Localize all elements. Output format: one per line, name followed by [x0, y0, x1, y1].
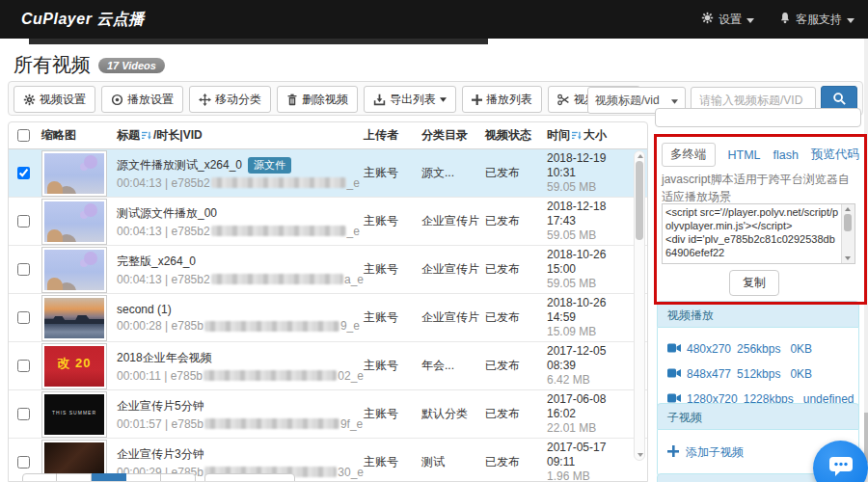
nav-support[interactable]: 客服支持 [779, 12, 854, 28]
header-title[interactable]: 标题/时长|VID [117, 127, 364, 144]
page-button-2[interactable]: ‹ [57, 473, 92, 482]
copy-button[interactable]: 复制 [729, 270, 779, 296]
sort-icon[interactable] [142, 130, 151, 144]
category-cell: 默认分类 [421, 406, 485, 422]
pb-bitrate: 512kbps [737, 367, 780, 381]
toolbar-button-label: 删除视频 [302, 92, 348, 108]
time-cell: 14:59 [547, 310, 632, 325]
row-checkbox[interactable] [17, 408, 30, 420]
navbar-shadow [29, 39, 488, 44]
vid-suffix: 9_e [340, 319, 360, 333]
size-cell: 59.05 MB [547, 180, 632, 195]
sort-icon[interactable] [572, 130, 582, 144]
vid-suffix: 30_e [338, 466, 364, 479]
scroll-up-arrow[interactable] [637, 154, 643, 158]
video-thumbnail[interactable] [41, 199, 107, 245]
plus-icon [667, 445, 679, 460]
video-thumbnail[interactable] [41, 295, 107, 341]
vid-suffix: 9f_e [340, 417, 363, 431]
vid-redacted [211, 226, 346, 236]
video-thumbnail[interactable] [41, 150, 107, 197]
code-scrollbar[interactable] [841, 204, 854, 263]
table-row[interactable]: THIS SUMMER 企业宣传片5分钟 00:01:57 | e785b9f_… [9, 390, 647, 439]
row-checkbox[interactable] [17, 263, 30, 276]
date-cell: 2018-10-26 [547, 248, 632, 262]
toolbar-button-video-settings[interactable]: 视频设置 [14, 86, 95, 113]
page-button-1[interactable]: « [22, 473, 57, 482]
page-button-4[interactable]: › [126, 473, 161, 482]
header-time[interactable]: 时间大小 [547, 127, 632, 144]
video-title[interactable]: 企业宣传片5分钟 [117, 398, 204, 415]
separator: | [165, 225, 168, 238]
vid-prefix: e785b2 [172, 225, 210, 238]
nav-settings[interactable]: 设置 [701, 12, 754, 28]
row-checkbox[interactable] [17, 215, 30, 228]
row-checkbox[interactable] [17, 360, 30, 372]
vid-redacted [211, 274, 343, 284]
caret-down-icon [847, 13, 854, 26]
scroll-up-arrow[interactable] [845, 207, 851, 211]
video-title[interactable]: 2018企业年会视频 [117, 350, 212, 366]
table-row[interactable]: 测试源文件播放_00 00:04:13 | e785b2_e 主账号 企业宣传片… [9, 198, 647, 246]
embed-tab-2[interactable]: HTML [728, 148, 761, 162]
row-checkbox[interactable] [17, 311, 30, 324]
video-title[interactable]: 完整版_x264_0 [117, 254, 196, 270]
scrollbar-thumb[interactable] [636, 161, 643, 240]
header-status: 视频状态 [485, 127, 547, 144]
toolbar-button-play-settings[interactable]: 播放设置 [101, 86, 183, 113]
embed-code-text[interactable]: <script src='//player.polyv.net/script/p… [665, 205, 840, 259]
size-cell: 22.01 MB [547, 421, 632, 436]
embed-tab-3[interactable]: flash [773, 148, 799, 162]
select-all-checkbox[interactable] [17, 129, 30, 142]
playback-bitrate-item[interactable]: 848x477 512kbps 0KB [667, 362, 849, 387]
time-cell: 08:39 [547, 359, 632, 373]
table-row[interactable]: second (1) 00:00:28 | e785b9_e 主账号 企业宣传片… [9, 294, 647, 342]
toolbar-button-export-list[interactable]: 导出列表 [364, 86, 456, 113]
playback-bitrate-item[interactable]: 480x270 256kbps 0KB [667, 336, 849, 362]
video-title[interactable]: 测试源文件播放_00 [117, 205, 217, 222]
video-thumbnail[interactable]: THIS SUMMER [41, 391, 107, 438]
vid-suffix: _e [347, 176, 360, 190]
embed-tab-4[interactable]: 预览代码 [811, 147, 859, 163]
scrollbar-thumb[interactable] [844, 214, 852, 231]
vid-redacted [204, 321, 339, 332]
scroll-down-arrow[interactable] [637, 453, 643, 457]
vid-suffix: 02_e [338, 369, 364, 383]
thumbnail-text: 改 20 [44, 355, 104, 372]
video-duration: 00:04:13 [117, 176, 162, 190]
page-button-3[interactable]: 1 [92, 473, 126, 482]
table-scrollbar[interactable] [634, 150, 645, 461]
separator: | [164, 369, 167, 383]
table-row[interactable]: 完整版_x264_0 00:04:13 | e785b2a_e 主账号 企业宣传… [9, 246, 647, 294]
toolbar-button-playlist[interactable]: 播放列表 [462, 86, 542, 113]
export-icon [373, 94, 386, 106]
vid-prefix: e785b [171, 369, 203, 383]
video-duration: 00:01:57 [117, 417, 162, 431]
table-row[interactable]: 源文件播放测试_x264_0 源文件 00:04:13 | e785b2_e 主… [9, 149, 647, 198]
embed-tab-1[interactable]: 多终端 [662, 143, 716, 167]
video-title[interactable]: second (1) [117, 303, 172, 316]
embed-code-box[interactable]: <script src='//player.polyv.net/script/p… [662, 203, 855, 264]
video-thumbnail[interactable]: 改 20 [41, 343, 107, 389]
uploader-cell: 主账号 [364, 358, 421, 374]
video-title[interactable]: 源文件播放测试_x264_0 [117, 157, 242, 174]
window-scrollbar[interactable] [864, 39, 868, 482]
row-checkbox[interactable] [17, 456, 30, 469]
toolbar-button-delete-video[interactable]: 删除视频 [277, 86, 358, 113]
row-checkbox[interactable] [17, 167, 30, 179]
page-button-5[interactable]: » [161, 473, 196, 482]
table-row[interactable]: 改 20 2018企业年会视频 00:00:11 | e785b02_e 主账号… [9, 342, 647, 390]
category-cell: 测试 [421, 454, 485, 470]
date-cell: 2018-10-26 [547, 296, 632, 310]
page-size-select[interactable] [204, 473, 295, 482]
video-thumbnail[interactable] [41, 247, 107, 293]
scroll-down-arrow[interactable] [845, 256, 851, 260]
video-title[interactable]: 企业宣传片3分钟 [117, 446, 204, 463]
page-title: 所有视频 [14, 52, 91, 78]
uploader-cell: 主账号 [364, 454, 421, 470]
toolbar-button-label: 视频设置 [40, 92, 86, 108]
toolbar-button-move-category[interactable]: 移动分类 [189, 86, 271, 113]
table-body: 源文件播放测试_x264_0 源文件 00:04:13 | e785b2_e 主… [9, 149, 647, 482]
time-cell: 15:00 [547, 262, 632, 277]
toolbar-button-label: 播放设置 [127, 92, 174, 108]
